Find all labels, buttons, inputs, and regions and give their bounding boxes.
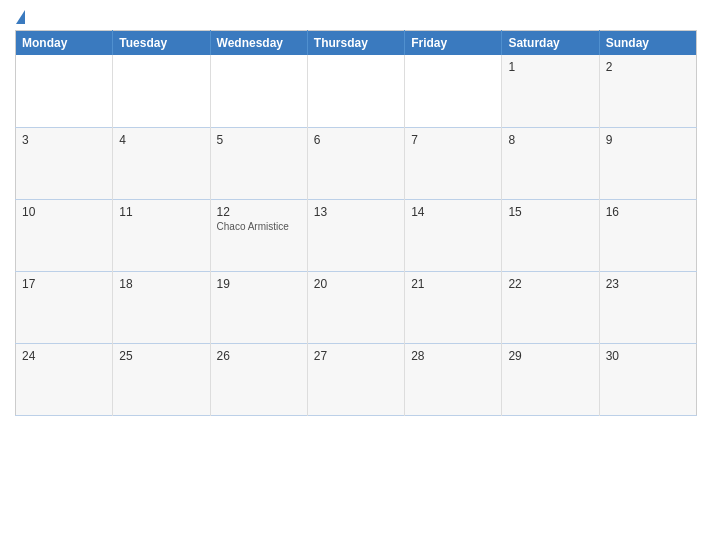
calendar-cell: 21: [405, 271, 502, 343]
calendar-cell: 13: [307, 199, 404, 271]
calendar-cell: 6: [307, 127, 404, 199]
day-number: 30: [606, 349, 690, 363]
calendar-cell: [405, 55, 502, 127]
event-label: Chaco Armistice: [217, 221, 301, 232]
calendar-cell: 23: [599, 271, 696, 343]
weekday-header-thursday: Thursday: [307, 31, 404, 56]
calendar-cell: [113, 55, 210, 127]
calendar-cell: 22: [502, 271, 599, 343]
day-number: 26: [217, 349, 301, 363]
day-number: 6: [314, 133, 398, 147]
weekday-header-monday: Monday: [16, 31, 113, 56]
logo-triangle-icon: [16, 10, 25, 24]
calendar-cell: 30: [599, 343, 696, 415]
day-number: 27: [314, 349, 398, 363]
weekday-header-sunday: Sunday: [599, 31, 696, 56]
calendar-cell: 20: [307, 271, 404, 343]
calendar-cell: 15: [502, 199, 599, 271]
calendar-cell: 9: [599, 127, 696, 199]
day-number: 7: [411, 133, 495, 147]
calendar-cell: 4: [113, 127, 210, 199]
calendar-cell: 26: [210, 343, 307, 415]
week-row-2: 3456789: [16, 127, 697, 199]
calendar-cell: [307, 55, 404, 127]
day-number: 13: [314, 205, 398, 219]
calendar-cell: 5: [210, 127, 307, 199]
calendar-cell: 25: [113, 343, 210, 415]
calendar-cell: 1: [502, 55, 599, 127]
calendar-table: MondayTuesdayWednesdayThursdayFridaySatu…: [15, 30, 697, 416]
calendar-cell: 10: [16, 199, 113, 271]
day-number: 23: [606, 277, 690, 291]
day-number: 1: [508, 60, 592, 74]
day-number: 28: [411, 349, 495, 363]
day-number: 22: [508, 277, 592, 291]
weekday-header-tuesday: Tuesday: [113, 31, 210, 56]
day-number: 10: [22, 205, 106, 219]
day-number: 18: [119, 277, 203, 291]
header-row: [15, 10, 697, 24]
week-row-1: 12: [16, 55, 697, 127]
day-number: 2: [606, 60, 690, 74]
calendar-cell: 11: [113, 199, 210, 271]
day-number: 25: [119, 349, 203, 363]
week-row-3: 101112Chaco Armistice13141516: [16, 199, 697, 271]
day-number: 8: [508, 133, 592, 147]
day-number: 3: [22, 133, 106, 147]
day-number: 21: [411, 277, 495, 291]
day-number: 16: [606, 205, 690, 219]
weekday-header-row: MondayTuesdayWednesdayThursdayFridaySatu…: [16, 31, 697, 56]
logo: [15, 10, 26, 24]
calendar-cell: 27: [307, 343, 404, 415]
calendar-cell: [210, 55, 307, 127]
day-number: 9: [606, 133, 690, 147]
calendar-cell: 14: [405, 199, 502, 271]
day-number: 5: [217, 133, 301, 147]
day-number: 11: [119, 205, 203, 219]
calendar-cell: 17: [16, 271, 113, 343]
calendar-cell: [16, 55, 113, 127]
calendar-cell: 24: [16, 343, 113, 415]
week-row-4: 17181920212223: [16, 271, 697, 343]
calendar-cell: 2: [599, 55, 696, 127]
day-number: 20: [314, 277, 398, 291]
weekday-header-saturday: Saturday: [502, 31, 599, 56]
day-number: 12: [217, 205, 301, 219]
week-row-5: 24252627282930: [16, 343, 697, 415]
calendar-cell: 3: [16, 127, 113, 199]
calendar-cell: 12Chaco Armistice: [210, 199, 307, 271]
day-number: 17: [22, 277, 106, 291]
calendar-cell: 16: [599, 199, 696, 271]
day-number: 29: [508, 349, 592, 363]
calendar-cell: 29: [502, 343, 599, 415]
weekday-header-friday: Friday: [405, 31, 502, 56]
calendar-cell: 28: [405, 343, 502, 415]
calendar-cell: 19: [210, 271, 307, 343]
calendar-cell: 18: [113, 271, 210, 343]
day-number: 4: [119, 133, 203, 147]
calendar-cell: 8: [502, 127, 599, 199]
weekday-header-wednesday: Wednesday: [210, 31, 307, 56]
day-number: 15: [508, 205, 592, 219]
day-number: 19: [217, 277, 301, 291]
calendar-cell: 7: [405, 127, 502, 199]
calendar-wrapper: MondayTuesdayWednesdayThursdayFridaySatu…: [0, 0, 712, 550]
day-number: 14: [411, 205, 495, 219]
day-number: 24: [22, 349, 106, 363]
